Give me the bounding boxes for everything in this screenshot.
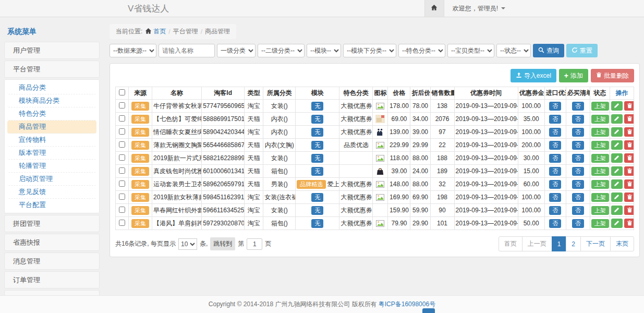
page-button[interactable]: 2 <box>566 236 581 251</box>
row-checkbox[interactable] <box>119 194 125 200</box>
search-button[interactable]: 查询 <box>533 44 564 57</box>
import-toggle-badge[interactable]: 否 <box>549 102 561 111</box>
delete-button[interactable] <box>624 101 634 111</box>
import-toggle-badge[interactable]: 否 <box>549 128 561 137</box>
bulk-delete-button[interactable]: 批量删除 <box>591 69 634 82</box>
module-select[interactable]: --模块-- <box>307 44 341 57</box>
import-toggle-badge[interactable]: 否 <box>549 167 561 176</box>
delete-button[interactable] <box>624 114 634 124</box>
sidebar-subitem[interactable]: 意见反馈 <box>7 186 96 199</box>
row-checkbox[interactable] <box>119 141 125 148</box>
import-excel-button[interactable]: 导入excel <box>511 69 556 82</box>
page-button[interactable]: 下一页 <box>580 236 611 251</box>
must-buy-toggle-badge[interactable]: 否 <box>572 128 584 137</box>
must-buy-toggle-badge[interactable]: 否 <box>572 219 584 228</box>
sidebar-subitem[interactable]: 版本管理 <box>7 147 96 160</box>
edit-button[interactable] <box>611 140 623 150</box>
edit-button[interactable] <box>611 166 623 176</box>
select-all-checkbox[interactable] <box>119 89 125 95</box>
home-button[interactable] <box>424 0 444 17</box>
edit-button[interactable] <box>611 192 623 202</box>
delete-button[interactable] <box>624 127 634 137</box>
level1-category-select[interactable]: 一级分类 <box>217 44 256 57</box>
delete-button[interactable] <box>624 153 634 163</box>
status-badge[interactable]: 上架 <box>591 154 609 163</box>
item-type-select[interactable]: --宝贝类型-- <box>447 44 494 57</box>
page-jump-input[interactable] <box>247 238 262 250</box>
row-checkbox[interactable] <box>119 115 125 122</box>
delete-button[interactable] <box>624 140 634 150</box>
must-buy-toggle-badge[interactable]: 否 <box>572 180 584 189</box>
must-buy-toggle-badge[interactable]: 否 <box>572 115 584 124</box>
sidebar-subitem[interactable]: 商品管理 <box>7 121 96 134</box>
status-select[interactable]: --状态-- <box>496 44 531 57</box>
icp-link[interactable]: 粤ICP备16098006号 <box>379 300 435 309</box>
import-toggle-badge[interactable]: 否 <box>549 180 561 189</box>
delete-button[interactable] <box>624 206 634 215</box>
import-toggle-badge[interactable]: 否 <box>549 219 561 228</box>
status-badge[interactable]: 上架 <box>591 128 609 137</box>
delete-button[interactable] <box>624 192 634 202</box>
edit-button[interactable] <box>611 101 623 111</box>
delete-button[interactable] <box>624 179 634 189</box>
user-menu[interactable]: 欢迎您，管理员! <box>444 0 514 17</box>
sidebar-subitem[interactable]: 启动页管理 <box>7 173 96 186</box>
edit-button[interactable] <box>611 127 623 137</box>
must-buy-toggle-badge[interactable]: 否 <box>572 167 584 176</box>
sidebar-group[interactable]: 省惠快报 <box>4 234 100 251</box>
sidebar-subitem[interactable]: 平台配置 <box>7 199 96 211</box>
page-button[interactable]: 1 <box>552 236 567 251</box>
status-badge[interactable]: 上架 <box>591 219 609 228</box>
row-checkbox[interactable] <box>119 180 125 187</box>
back-to-top-button[interactable] <box>422 308 435 313</box>
name-search-input[interactable] <box>159 44 215 57</box>
status-badge[interactable]: 上架 <box>591 193 609 202</box>
breadcrumb-home-link[interactable]: 首页 <box>145 27 166 36</box>
row-checkbox[interactable] <box>119 207 125 213</box>
edit-button[interactable] <box>611 206 623 215</box>
data-source-select[interactable]: --数据来源-- <box>110 44 156 57</box>
delete-button[interactable] <box>624 166 634 176</box>
sidebar-subitem[interactable]: 商品分类 <box>7 81 96 94</box>
import-toggle-badge[interactable]: 否 <box>549 193 561 202</box>
sidebar-group[interactable]: 消息管理 <box>4 252 100 270</box>
status-badge[interactable]: 上架 <box>591 206 609 215</box>
sidebar-subitem[interactable]: 宣传物料 <box>7 134 96 147</box>
edit-button[interactable] <box>611 153 623 163</box>
import-toggle-badge[interactable]: 否 <box>549 206 561 215</box>
edit-button[interactable] <box>611 219 623 228</box>
row-checkbox[interactable] <box>119 102 125 109</box>
row-checkbox[interactable] <box>119 220 125 226</box>
status-badge[interactable]: 上架 <box>591 141 609 150</box>
status-badge[interactable]: 上架 <box>591 180 609 189</box>
must-buy-toggle-badge[interactable]: 否 <box>572 102 584 111</box>
edit-button[interactable] <box>611 179 623 189</box>
import-toggle-badge[interactable]: 否 <box>549 141 561 150</box>
page-button[interactable]: 上一页 <box>522 236 552 251</box>
add-button[interactable]: + 添加 <box>559 69 588 82</box>
sidebar-group[interactable]: 用户管理 <box>4 42 100 59</box>
reset-button[interactable]: 重置 <box>566 44 598 57</box>
status-badge[interactable]: 上架 <box>591 167 609 176</box>
delete-button[interactable] <box>624 219 634 228</box>
status-badge[interactable]: 上架 <box>591 115 609 124</box>
sidebar-group[interactable]: 订单管理 <box>4 271 100 288</box>
sidebar-subitem[interactable]: 模块商品分类 <box>7 94 96 107</box>
row-checkbox[interactable] <box>119 154 125 161</box>
must-buy-toggle-badge[interactable]: 否 <box>572 141 584 150</box>
sidebar-group[interactable]: 拼团管理 <box>4 215 100 232</box>
import-toggle-badge[interactable]: 否 <box>549 115 561 124</box>
sidebar-subitem[interactable]: 轮播管理 <box>7 160 96 173</box>
page-size-select[interactable]: 10 <box>178 238 197 250</box>
must-buy-toggle-badge[interactable]: 否 <box>572 206 584 215</box>
page-button[interactable]: 末页 <box>610 236 634 251</box>
row-checkbox[interactable] <box>119 128 125 135</box>
level2-category-select[interactable]: --二级分类-- <box>258 44 305 57</box>
status-badge[interactable]: 上架 <box>591 102 609 111</box>
sidebar-group[interactable]: 平台管理 <box>4 61 100 78</box>
sidebar-subitem[interactable]: 特色分类 <box>7 107 96 121</box>
module-subcategory-select[interactable]: --模块下分类-- <box>343 44 396 57</box>
must-buy-toggle-badge[interactable]: 否 <box>572 154 584 163</box>
page-button[interactable]: 首页 <box>499 236 523 251</box>
feature-category-select[interactable]: --特色分类-- <box>398 44 445 57</box>
